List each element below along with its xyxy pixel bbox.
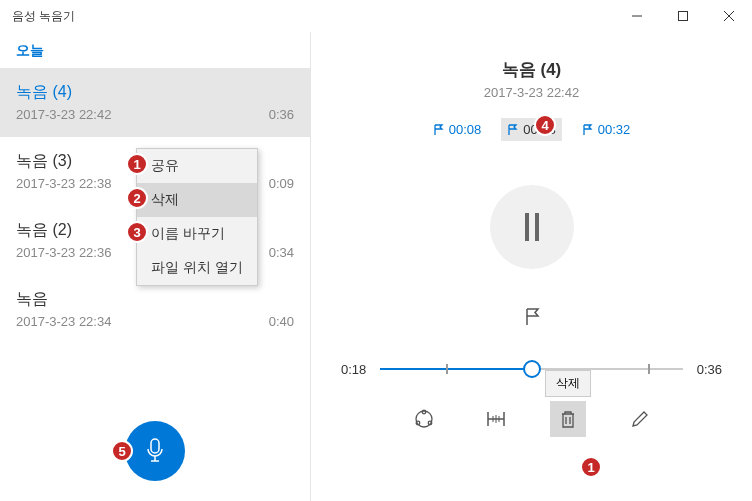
seek-slider[interactable]: [380, 359, 682, 379]
rec-title: 녹음: [16, 289, 111, 310]
total-time: 0:36: [697, 362, 722, 377]
pause-icon: [525, 213, 539, 241]
context-menu: 공유 삭제 이름 바꾸기 파일 위치 열기: [136, 148, 258, 286]
callout-4: 4: [534, 114, 556, 136]
delete-button[interactable]: 삭제: [550, 401, 586, 437]
current-time: 0:18: [341, 362, 366, 377]
callout-delete: 1: [580, 456, 602, 478]
window-controls: [614, 0, 752, 32]
add-marker-button[interactable]: [520, 305, 544, 329]
rec-duration: 0:34: [269, 245, 294, 260]
rename-button[interactable]: [622, 401, 658, 437]
rec-title: 녹음 (3): [16, 151, 111, 172]
tooltip: 삭제: [545, 370, 591, 397]
trash-icon: [559, 409, 577, 429]
callout-3: 3: [126, 221, 148, 243]
action-row: 삭제: [406, 401, 658, 437]
detail-panel: 녹음 (4) 2017-3-23 22:42 00:08 00:18 00:32: [311, 32, 752, 501]
callout-2: 2: [126, 187, 148, 209]
svg-rect-1: [679, 12, 688, 21]
marker-row: 00:08 00:18 00:32: [427, 118, 637, 141]
sidebar: 오늘 녹음 (4) 2017-3-23 22:42 0:36 녹음 (3) 20…: [0, 32, 311, 501]
detail-datetime: 2017-3-23 22:42: [484, 85, 579, 100]
flag-icon: [522, 307, 542, 327]
rec-duration: 0:09: [269, 176, 294, 191]
svg-rect-4: [151, 439, 159, 453]
play-pause-button[interactable]: [490, 185, 574, 269]
callout-1: 1: [126, 153, 148, 175]
detail-title: 녹음 (4): [502, 58, 562, 81]
rec-datetime: 2017-3-23 22:42: [16, 107, 111, 122]
marker-item[interactable]: 00:08: [427, 118, 488, 141]
menu-share[interactable]: 공유: [137, 149, 257, 183]
rec-title: 녹음 (2): [16, 220, 111, 241]
rec-duration: 0:36: [269, 107, 294, 122]
rec-datetime: 2017-3-23 22:34: [16, 314, 111, 329]
marker-time: 00:08: [449, 122, 482, 137]
close-button[interactable]: [706, 0, 752, 32]
section-header: 오늘: [0, 32, 310, 68]
microphone-icon: [143, 437, 167, 465]
list-item[interactable]: 녹음 (4) 2017-3-23 22:42 0:36: [0, 68, 310, 137]
minimize-button[interactable]: [614, 0, 660, 32]
menu-delete[interactable]: 삭제: [137, 183, 257, 217]
share-icon: [413, 408, 435, 430]
svg-point-10: [428, 421, 432, 425]
menu-rename[interactable]: 이름 바꾸기: [137, 217, 257, 251]
flag-icon: [433, 124, 445, 136]
record-button[interactable]: [125, 421, 185, 481]
svg-point-8: [422, 410, 426, 414]
seek-row: 0:18 0:36: [335, 359, 728, 379]
rec-datetime: 2017-3-23 22:38: [16, 176, 111, 191]
share-button[interactable]: [406, 401, 442, 437]
menu-open-location[interactable]: 파일 위치 열기: [137, 251, 257, 285]
flag-icon: [507, 124, 519, 136]
rec-duration: 0:40: [269, 314, 294, 329]
pencil-icon: [630, 409, 650, 429]
flag-icon: [582, 124, 594, 136]
maximize-button[interactable]: [660, 0, 706, 32]
trim-icon: [484, 410, 508, 428]
trim-button[interactable]: [478, 401, 514, 437]
marker-item[interactable]: 00:32: [576, 118, 637, 141]
rec-datetime: 2017-3-23 22:36: [16, 245, 111, 260]
marker-time: 00:32: [598, 122, 631, 137]
svg-point-9: [416, 421, 420, 425]
app-title: 음성 녹음기: [12, 8, 75, 25]
rec-title: 녹음 (4): [16, 82, 111, 103]
callout-5: 5: [111, 440, 133, 462]
